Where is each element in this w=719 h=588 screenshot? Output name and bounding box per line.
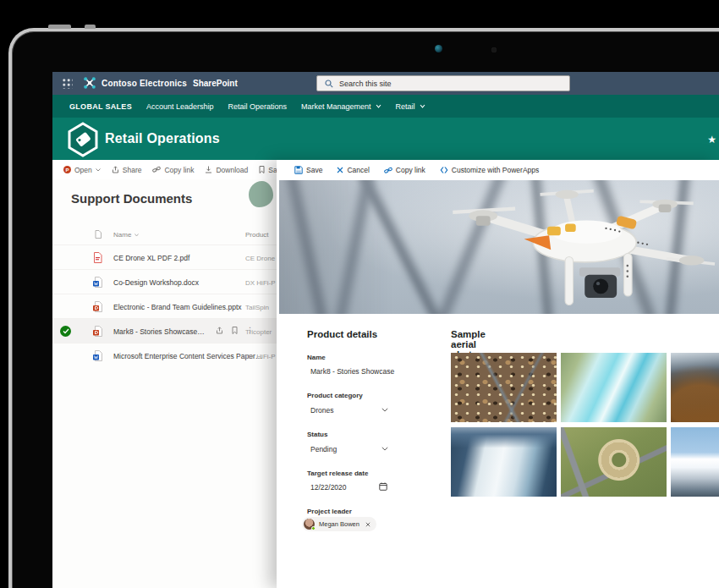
chevron-down-icon[interactable] xyxy=(381,408,388,412)
contoso-drone-logo-icon xyxy=(83,76,96,90)
download-button[interactable]: Download xyxy=(205,166,248,174)
powerapps-icon xyxy=(440,167,448,173)
share-icon[interactable] xyxy=(216,327,223,334)
chevron-down-icon xyxy=(420,104,425,108)
chevron-down-icon xyxy=(96,168,101,172)
document-row[interactable]: CE Drone XL PDF 2.pdf CE Drone xyxy=(52,245,277,269)
search-icon xyxy=(325,80,333,88)
nav-item-global-sales[interactable]: GLOBAL SALES xyxy=(69,102,132,111)
word-file-icon xyxy=(93,277,102,288)
project-leader-field-label: Project leader xyxy=(307,508,352,515)
brand-name: Contoso Electronics xyxy=(102,79,187,88)
share-icon xyxy=(112,166,119,173)
document-row[interactable]: Electronic - Brand Team Guidelines.pptx … xyxy=(52,294,277,318)
light-sensor xyxy=(491,47,497,52)
person-chip[interactable]: Megan Bowen xyxy=(302,517,376,531)
category-field-label: Product category xyxy=(307,392,363,399)
release-date-value[interactable]: 12/22/2020 xyxy=(310,483,347,492)
sharepoint-screen: Contoso Electronics SharePoint Search th… xyxy=(52,72,719,588)
chevron-down-icon[interactable] xyxy=(381,447,388,451)
drone-hero-photo xyxy=(279,180,719,314)
nav-item-account-leadership[interactable]: Account Leadership xyxy=(146,102,214,111)
aerial-photo-fjord[interactable] xyxy=(671,353,719,422)
form-body: Product details Name Mark8 - Stories Sho… xyxy=(277,316,719,588)
copy-link-button[interactable]: Copy link xyxy=(384,166,425,174)
share-button[interactable]: Share xyxy=(112,166,142,174)
document-row[interactable]: Microsoft Enterprise Content Services Pa… xyxy=(52,343,277,367)
photo-grid xyxy=(451,353,719,497)
chevron-down-icon xyxy=(376,104,381,108)
name-field-value[interactable]: Mark8 - Stories Showcase xyxy=(310,367,394,376)
release-date-field-label: Target release date xyxy=(307,470,368,477)
powerpoint-file-icon xyxy=(93,301,102,312)
aerial-photo-circular-field[interactable] xyxy=(561,427,667,497)
powerpoint-file-icon xyxy=(93,326,102,337)
drone-image xyxy=(429,180,719,314)
document-list: CE Drone XL PDF 2.pdf CE Drone Co-Design… xyxy=(52,245,277,367)
save-icon xyxy=(294,166,303,174)
search-placeholder: Search this site xyxy=(339,80,392,88)
form-section-title: Product details xyxy=(307,329,377,339)
documents-panel: P Open Share Copy link Download xyxy=(52,160,277,588)
power-button xyxy=(48,25,71,29)
form-toolbar: Save Cancel Copy link Customize with Pow… xyxy=(277,160,719,180)
open-button[interactable]: P Open xyxy=(63,166,101,174)
tablet-device: Contoso Electronics SharePoint Search th… xyxy=(0,0,719,588)
decorative-droplet-graphic xyxy=(249,181,273,207)
search-input[interactable]: Search this site xyxy=(316,75,570,91)
person-name: Megan Bowen xyxy=(319,520,360,528)
aerial-photo-glacier-tongue[interactable] xyxy=(451,427,557,497)
column-header-name[interactable]: Name xyxy=(113,231,139,239)
site-header: Retail Operations ★ xyxy=(52,118,719,160)
selected-check-icon[interactable] xyxy=(60,326,71,337)
nav-item-retail-operations[interactable]: Retail Operations xyxy=(228,102,288,111)
file-type-column-icon xyxy=(95,230,102,239)
document-row-selected[interactable]: Mark8 - Stories Showcase… ⋮ Tricopter xyxy=(52,318,277,343)
word-file-icon xyxy=(93,350,102,361)
presence-available-dot xyxy=(311,526,316,530)
nav-item-retail[interactable]: Retail xyxy=(396,102,425,111)
aerial-photo-town[interactable] xyxy=(451,353,557,422)
page-title: Retail Operations xyxy=(105,131,220,146)
nav-item-market-management[interactable]: Market Management xyxy=(301,102,381,111)
aerial-photo-snowy-mountains[interactable] xyxy=(671,427,719,497)
chevron-down-icon xyxy=(134,234,139,237)
link-icon xyxy=(384,167,392,174)
list-column-headers: Name Product xyxy=(52,228,277,245)
close-x-icon xyxy=(337,167,343,173)
status-dropdown[interactable]: Pending xyxy=(310,445,337,453)
site-nav: GLOBAL SALES Account Leadership Retail O… xyxy=(52,95,719,118)
bookmark-icon xyxy=(259,166,265,173)
category-dropdown[interactable]: Drones xyxy=(310,406,333,415)
follow-star-icon[interactable]: ★ xyxy=(707,134,716,146)
copy-link-button[interactable]: Copy link xyxy=(152,166,194,174)
remove-person-x-icon[interactable] xyxy=(365,522,370,527)
avatar xyxy=(304,519,315,530)
front-camera xyxy=(435,45,442,52)
status-field-label: Status xyxy=(307,431,327,438)
aerial-photo-glacier-river[interactable] xyxy=(561,353,667,422)
workspace: P Open Share Copy link Download xyxy=(52,160,719,588)
calendar-icon[interactable] xyxy=(379,482,387,491)
suite-top-bar: Contoso Electronics SharePoint Search th… xyxy=(52,72,719,95)
product-name: SharePoint xyxy=(193,79,238,88)
app-launcher-waffle-icon[interactable] xyxy=(62,78,73,89)
volume-button xyxy=(85,25,96,29)
rotor xyxy=(540,190,593,200)
powerpoint-app-icon: P xyxy=(63,166,71,173)
name-field-label: Name xyxy=(307,354,326,361)
bookmark-icon[interactable] xyxy=(232,327,238,334)
product-form-panel: Save Cancel Copy link Customize with Pow… xyxy=(277,160,719,588)
retail-operations-site-logo-icon[interactable] xyxy=(67,122,99,157)
document-row[interactable]: Co-Design Workshop.docx DX HiFi-P xyxy=(52,269,277,294)
link-icon xyxy=(152,166,161,173)
documents-title: Support Documents xyxy=(71,191,192,206)
customize-powerapps-button[interactable]: Customize with PowerApps xyxy=(440,166,539,174)
cancel-button[interactable]: Cancel xyxy=(337,166,369,174)
save-button[interactable]: Save xyxy=(294,166,322,174)
download-icon xyxy=(205,166,212,173)
column-header-product[interactable]: Product xyxy=(245,231,269,239)
pdf-file-icon xyxy=(93,252,102,263)
